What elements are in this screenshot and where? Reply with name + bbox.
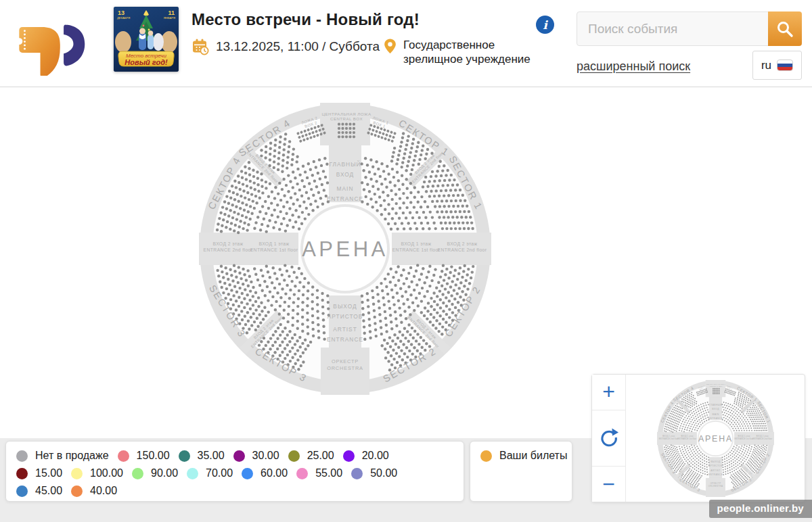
seat-dot[interactable]	[685, 426, 686, 427]
seat-dot[interactable]	[735, 416, 736, 417]
seat-dot[interactable]	[265, 145, 267, 148]
seat-dot[interactable]	[386, 351, 389, 354]
seat-dot[interactable]	[702, 408, 703, 410]
seat-dot[interactable]	[725, 471, 726, 472]
seat-dot[interactable]	[322, 325, 325, 328]
seat-dot[interactable]	[240, 310, 243, 312]
seat-dot[interactable]	[415, 283, 418, 286]
seat-dot[interactable]	[416, 350, 419, 352]
seat-dot[interactable]	[399, 145, 402, 147]
seat-dot[interactable]	[264, 294, 267, 297]
seat-dot[interactable]	[387, 222, 390, 225]
seat-dot[interactable]	[415, 211, 418, 214]
seat-dot[interactable]	[367, 305, 369, 308]
seat-dot[interactable]	[705, 412, 706, 413]
seat-dot[interactable]	[751, 429, 752, 431]
seat-dot[interactable]	[740, 392, 742, 394]
seat-dot[interactable]	[369, 337, 371, 339]
seat-dot[interactable]	[245, 178, 248, 181]
seat-dot[interactable]	[374, 172, 376, 175]
seat-dot[interactable]	[269, 276, 271, 279]
seat-dot[interactable]	[700, 404, 701, 405]
seat-dot[interactable]	[405, 290, 407, 293]
seat-dot[interactable]	[745, 448, 746, 449]
seat-dot[interactable]	[391, 156, 394, 158]
seat-dot[interactable]	[700, 463, 701, 465]
seat-dot[interactable]	[740, 475, 742, 476]
seat-dot[interactable]	[453, 222, 455, 224]
seat-dot[interactable]	[447, 205, 450, 208]
seat-dot[interactable]	[233, 180, 236, 183]
seat-dot[interactable]	[694, 402, 695, 403]
seat-dot[interactable]	[736, 400, 738, 402]
seat-dot[interactable]	[733, 464, 734, 465]
seat-dot[interactable]	[248, 299, 251, 302]
seat-dot[interactable]	[700, 451, 701, 452]
seat-dot[interactable]	[257, 305, 260, 308]
seat-dot[interactable]	[260, 302, 263, 304]
seat-dot[interactable]	[267, 341, 269, 343]
seat-dot[interactable]	[453, 298, 456, 300]
seat-dot[interactable]	[671, 462, 673, 463]
seat-dot[interactable]	[689, 476, 690, 477]
seat-dot[interactable]	[755, 427, 757, 429]
seat-dot[interactable]	[389, 181, 392, 183]
seat-dot[interactable]	[685, 402, 686, 403]
seat-dot[interactable]	[738, 456, 739, 458]
seat-dot[interactable]	[438, 205, 441, 208]
seat-dot[interactable]	[264, 156, 267, 159]
seat-dot[interactable]	[758, 425, 759, 426]
seat-dot[interactable]	[447, 169, 449, 172]
seat-dot[interactable]	[707, 409, 708, 410]
seat-dot[interactable]	[667, 452, 668, 453]
seat-dot[interactable]	[426, 206, 429, 208]
seat-dot[interactable]	[326, 181, 329, 184]
seat-dot[interactable]	[688, 416, 690, 417]
seat-dot[interactable]	[669, 446, 670, 447]
seat-dot[interactable]	[414, 154, 417, 157]
seat-dot[interactable]	[673, 429, 674, 430]
seat-dot[interactable]	[743, 475, 744, 476]
seat-dot[interactable]	[688, 406, 690, 407]
seat-dot[interactable]	[756, 417, 757, 418]
seat-dot[interactable]	[296, 305, 299, 308]
seat-dot[interactable]	[267, 207, 270, 210]
seat-dot[interactable]	[445, 189, 447, 192]
seat-dot[interactable]	[455, 283, 457, 286]
seat-dot[interactable]	[761, 423, 762, 424]
seat-dot[interactable]	[699, 421, 700, 423]
seat-dot[interactable]	[394, 270, 397, 273]
seat-dot[interactable]	[731, 410, 732, 411]
seat-dot[interactable]	[678, 467, 679, 468]
seat-dot[interactable]	[729, 476, 731, 477]
seat-dot[interactable]	[431, 170, 434, 173]
seat-dot[interactable]	[256, 170, 258, 173]
seat-dot[interactable]	[679, 407, 681, 408]
seat-dot[interactable]	[394, 284, 397, 287]
seat-dot[interactable]	[689, 460, 690, 462]
seat-dot[interactable]	[750, 421, 752, 422]
seat-dot[interactable]	[726, 412, 727, 414]
seat-dot[interactable]	[733, 473, 734, 475]
seat-dot[interactable]	[265, 314, 267, 317]
seat-dot[interactable]	[284, 264, 286, 266]
seat-dot[interactable]	[226, 220, 229, 223]
seat-dot[interactable]	[260, 149, 263, 151]
seat-dot[interactable]	[693, 479, 694, 480]
seat-dot[interactable]	[289, 180, 292, 183]
seat-dot[interactable]	[371, 185, 374, 188]
seat-dot[interactable]	[278, 146, 281, 149]
seat-dot[interactable]	[275, 277, 278, 280]
seat-dot[interactable]	[744, 395, 745, 396]
seat-dot[interactable]	[692, 464, 694, 465]
seat-dot[interactable]	[449, 222, 451, 224]
seat-dot[interactable]	[759, 446, 760, 448]
seat-dot[interactable]	[740, 421, 741, 423]
seat-dot[interactable]	[700, 458, 701, 459]
seat-dot[interactable]	[706, 466, 707, 467]
seat-dot[interactable]	[388, 336, 391, 339]
seat-dot[interactable]	[439, 298, 442, 301]
seat-dot[interactable]	[757, 449, 758, 450]
seat-dot[interactable]	[675, 461, 676, 462]
seat-dot[interactable]	[683, 411, 684, 412]
